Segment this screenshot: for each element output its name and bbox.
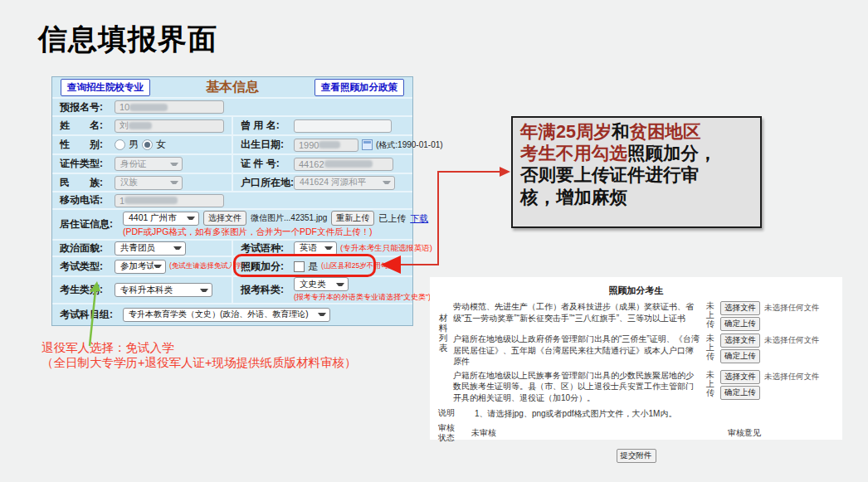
- phone-label: 移动电话:: [60, 193, 111, 207]
- row-examtype-bonus: 考试类型: 参加考试 (免试生请选择免试入学) 照顾加分: 是 (山区县和25岁…: [52, 257, 412, 277]
- phone-input[interactable]: 1: [115, 194, 224, 207]
- name-input[interactable]: 刘: [115, 119, 224, 133]
- materials-table: 材料列表 劳动模范、先进生产（工作）者及科技进步（成果）奖获证书、省级“五一劳动…: [438, 301, 834, 403]
- no-file-text: 未选择任何文件: [764, 335, 820, 346]
- annotation-line: 核，增加麻烦: [520, 187, 753, 208]
- row-idtype-idno: 证件类型: 身份证 证 件 号: 44162: [52, 155, 412, 174]
- exam-type-select[interactable]: 参加考试: [115, 260, 166, 274]
- row-ethnicity-residence: 民 族: 汉族 户口所在地: 441624 河源和平: [52, 174, 412, 192]
- redacted-value: [129, 104, 168, 111]
- form-title: 基本信息: [52, 79, 412, 96]
- name-label: 姓 名:: [60, 119, 111, 133]
- confirm-upload-button[interactable]: 确定上传: [720, 349, 760, 363]
- candidate-cat-select[interactable]: 专科升本科类: [115, 283, 212, 297]
- ethnicity-select[interactable]: 汉族: [115, 176, 183, 190]
- material-row: 户籍所在地地级以上民族事务管理部门出具的少数民族聚居地的少数民族考生证明等。县（…: [453, 370, 834, 404]
- former-name-input[interactable]: [294, 119, 392, 133]
- exam-group-label: 考试科目组:: [60, 308, 119, 322]
- exam-group-select[interactable]: 专升本教育学类（文史）(政治、外语、教育理论): [123, 308, 330, 322]
- residence-value: 441624 河源和平: [300, 177, 366, 188]
- ethnicity-value: 汉族: [120, 177, 138, 188]
- residence-label: 户口所在地:: [241, 176, 290, 190]
- row-name: 姓 名: 刘 曾 用 名:: [52, 117, 412, 136]
- subject-cat-value: 文史类: [300, 279, 326, 290]
- redacted-value: [324, 160, 373, 168]
- row-gender-dob: 性 别: 男 女 出生日期: 1990 (格式:1990-01-01): [52, 136, 412, 155]
- row-candidate-subject: 考生类别: 专科升本科类 报考科类: 文史类 (报考专升本的外语类专业请选择“文…: [52, 277, 412, 304]
- prereg-input[interactable]: 10: [115, 100, 224, 114]
- subject-cat-select[interactable]: 文史类: [294, 277, 349, 291]
- dob-input[interactable]: 1990: [294, 139, 358, 152]
- annotation-red-text: 考生不用勾选: [520, 144, 627, 163]
- no-file-text: 未选择任何文件: [764, 303, 820, 314]
- candidate-cat-value: 专科升本科类: [120, 285, 173, 296]
- arrowhead-to-annotation: [500, 167, 510, 177]
- exam-type-label: 考试类型:: [60, 260, 111, 274]
- exam-type-value: 参加考试: [120, 260, 154, 272]
- veteran-note-line1: 退役军人选择：免试入学: [41, 340, 356, 355]
- gender-female-radio[interactable]: [142, 139, 153, 150]
- redacted-value: [124, 197, 178, 204]
- permit-choose-file-button[interactable]: 选择文件: [203, 211, 246, 226]
- page-title: 信息填报界面: [38, 20, 217, 59]
- upload-status: 未上传: [705, 334, 715, 361]
- confirm-upload-button[interactable]: 确定上传: [720, 317, 760, 331]
- row-phone: 移动电话: 1: [52, 192, 412, 210]
- choose-file-button[interactable]: 选择文件: [720, 334, 760, 348]
- id-type-value: 身份证: [120, 158, 147, 170]
- bonus-materials-panel: 照顾加分考生 材料列表 劳动模范、先进生产（工作）者及科技进步（成果）奖获证书、…: [430, 277, 842, 440]
- basic-info-form: 查询招生院校专业 基本信息 查看照顾加分政策 预报名号: 10 姓 名: 刘: [51, 76, 413, 326]
- form-header: 查询招生院校专业 基本信息 查看照顾加分政策: [52, 77, 412, 99]
- exam-lang-select[interactable]: 英语: [294, 241, 337, 256]
- row-prereg: 预报名号: 10: [52, 99, 412, 117]
- material-item-text: 劳动模范、先进生产（工作）者及科技进步（成果）奖获证书、省级“五一劳动奖章”“新…: [453, 301, 700, 324]
- permit-reupload-button[interactable]: 重新上传: [331, 211, 374, 226]
- row-exam-group: 考试科目组: 专升本教育学类（文史）(政治、外语、教育理论): [52, 304, 412, 324]
- audit-row: 审核状态 未审核 审核意见: [438, 423, 834, 442]
- id-type-select[interactable]: 身份证: [115, 157, 183, 171]
- choose-file-button[interactable]: 选择文件: [720, 370, 760, 384]
- bonus-note: (山区县和25岁不用勾选): [321, 261, 397, 271]
- residence-select[interactable]: 441624 河源和平: [294, 176, 395, 190]
- choose-file-button[interactable]: 选择文件: [720, 301, 760, 315]
- instructions-row: 说明 1、请选择jpg、png或者pdf格式图片文件，大小1M内。: [438, 408, 834, 420]
- id-no-input[interactable]: 44162: [294, 158, 393, 171]
- gender-female-label: 女: [156, 138, 166, 152]
- upload-status: 未上传: [705, 370, 715, 397]
- exam-lang-note: (专升本考生只能选报英语): [340, 243, 432, 254]
- annotation-line: 考生不用勾选照顾加分，: [520, 143, 753, 164]
- political-value: 共青团员: [120, 242, 155, 254]
- annotation-line: 否则要上传证件进行审: [520, 164, 753, 186]
- upload-status: 未上传: [705, 301, 715, 329]
- dob-format-note: (格式:1990-01-01): [376, 139, 443, 151]
- political-select[interactable]: 共青团员: [115, 241, 186, 256]
- materials-list-label: 材料列表: [438, 313, 448, 403]
- material-row: 户籍所在地地级以上政府侨务管理部门出具的“三侨生”证明、《台湾居民居住证》、五年…: [453, 334, 834, 368]
- bonus-label: 照顾加分:: [241, 260, 290, 274]
- instructions-label: 说明: [438, 408, 463, 418]
- gender-male-radio[interactable]: [115, 139, 125, 150]
- permit-note: (PDF或JPG格式，如有多张图片，合并为一个PDF文件后上传！): [123, 226, 372, 238]
- calendar-icon[interactable]: [362, 139, 373, 150]
- permit-city-select[interactable]: 4401 广州市: [123, 212, 199, 226]
- bonus-checkbox[interactable]: [294, 261, 305, 272]
- id-type-label: 证件类型:: [60, 157, 111, 171]
- permit-filename: 微信图片...42351.jpg: [251, 212, 327, 224]
- permit-download-link[interactable]: 下载: [410, 212, 428, 225]
- confirm-upload-button[interactable]: 确定上传: [720, 386, 760, 400]
- gender-label: 性 别:: [60, 138, 111, 152]
- former-name-label: 曾 用 名:: [241, 119, 290, 133]
- permit-city-value: 4401 广州市: [129, 212, 177, 224]
- dob-value-prefix: 1990: [299, 140, 319, 150]
- candidate-cat-label: 考生类别:: [60, 283, 111, 297]
- political-label: 政治面貌:: [60, 241, 111, 256]
- submit-attachments-button[interactable]: 提交附件: [617, 449, 656, 463]
- material-row: 劳动模范、先进生产（工作）者及科技进步（成果）奖获证书、省级“五一劳动奖章”“新…: [453, 301, 834, 331]
- ethnicity-label: 民 族:: [60, 176, 111, 190]
- gender-male-label: 男: [129, 138, 139, 152]
- permit-label: 居住证信息:: [60, 217, 119, 231]
- prereg-label: 预报名号:: [60, 100, 111, 114]
- prereg-value-prefix: 10: [119, 102, 129, 112]
- redacted-value: [129, 122, 152, 129]
- annotation-line: 年满25周岁和贫困地区: [520, 121, 753, 143]
